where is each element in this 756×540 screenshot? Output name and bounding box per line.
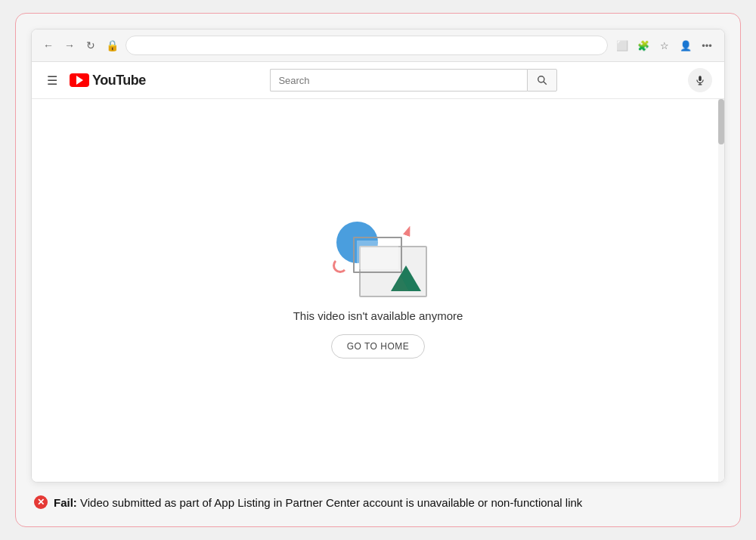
youtube-main-content: This video isn't available anymore GO TO… — [32, 99, 724, 482]
illustration-pink-curl — [333, 258, 348, 273]
svg-rect-2 — [699, 76, 702, 81]
illustration-pink-accent — [403, 225, 414, 237]
address-bar[interactable] — [125, 36, 608, 55]
triangle-small — [392, 276, 409, 291]
bookmark-icon[interactable]: ☆ — [656, 37, 673, 54]
svg-point-0 — [538, 76, 544, 82]
fail-description: Video submitted as part of App Listing i… — [80, 496, 582, 509]
fail-icon: ✕ — [34, 495, 48, 509]
menu-icon[interactable]: ••• — [699, 37, 715, 54]
illustration-filmstrip — [353, 237, 402, 273]
fail-message-area: ✕ Fail: Video submitted as part of App L… — [31, 495, 725, 512]
refresh-button[interactable]: ↻ — [83, 38, 98, 53]
error-container: This video isn't available anymore GO TO… — [293, 222, 463, 358]
scrollbar-track — [718, 99, 724, 482]
hamburger-menu[interactable]: ☰ — [44, 70, 60, 91]
search-bar — [270, 69, 557, 92]
search-button[interactable] — [527, 69, 557, 92]
profile-icon[interactable]: 👤 — [677, 37, 694, 54]
error-message: This video isn't available anymore — [293, 309, 463, 322]
youtube-header: ☰ YouTube — [32, 62, 724, 99]
error-illustration — [329, 222, 427, 297]
go-to-home-button[interactable]: GO TO HOME — [331, 334, 426, 358]
browser-toolbar-icons: ⬜ 🧩 ☆ 👤 ••• — [614, 37, 715, 54]
youtube-logo[interactable]: YouTube — [70, 73, 146, 88]
lock-icon: 🔒 — [104, 38, 119, 53]
back-button[interactable]: ← — [41, 38, 56, 53]
outer-wrapper: ← → ↻ 🔒 ⬜ 🧩 ☆ 👤 ••• ☰ You — [15, 13, 741, 527]
youtube-play-triangle — [76, 76, 83, 85]
search-input[interactable] — [270, 69, 527, 92]
scrollbar-thumb[interactable] — [718, 99, 724, 144]
browser-window: ← → ↻ 🔒 ⬜ 🧩 ☆ 👤 ••• ☰ You — [31, 29, 725, 483]
fail-text: Fail: Video submitted as part of App Lis… — [54, 495, 582, 512]
svg-line-1 — [544, 82, 547, 85]
browser-chrome: ← → ↻ 🔒 ⬜ 🧩 ☆ 👤 ••• — [32, 29, 724, 62]
youtube-logo-icon — [70, 73, 89, 87]
browser-content: ☰ YouTube — [32, 62, 724, 482]
fail-prefix: Fail: — [54, 496, 80, 509]
microphone-button[interactable] — [688, 68, 712, 92]
youtube-logo-text: YouTube — [92, 73, 146, 88]
extensions-icon[interactable]: 🧩 — [635, 37, 652, 54]
cast-icon[interactable]: ⬜ — [614, 37, 631, 54]
forward-button[interactable]: → — [62, 38, 77, 53]
